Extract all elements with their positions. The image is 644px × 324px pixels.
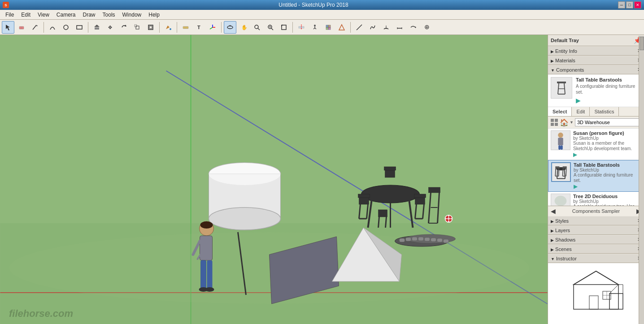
select-tool[interactable] — [2, 21, 14, 34]
svg-marker-139 — [574, 271, 618, 309]
svg-rect-43 — [328, 27, 331, 30]
intersect-tool[interactable]: ⊕ — [420, 21, 433, 34]
svg-rect-141 — [589, 296, 598, 309]
svg-rect-106 — [431, 238, 436, 242]
walk-tool[interactable] — [309, 21, 321, 34]
scenes-header[interactable]: ▶ Scenes ✕ — [548, 244, 644, 254]
search-dropdown-arrow[interactable]: ▼ — [570, 120, 574, 125]
svg-line-21 — [210, 27, 213, 29]
protractor-tool[interactable] — [380, 21, 392, 34]
sandbox-tool[interactable] — [335, 21, 348, 34]
freehand-tool[interactable] — [366, 21, 379, 34]
search-input[interactable] — [575, 118, 641, 126]
tab-select[interactable]: Select — [548, 107, 572, 116]
right-panel: Default Tray 📌 ▶ Entity Info ✕ ▶ Materia… — [548, 35, 644, 324]
styles-header[interactable]: ▶ Styles ✕ — [548, 216, 644, 225]
components-arrow: ▼ — [551, 68, 555, 73]
components-header[interactable]: ▼ Components ✕ — [548, 65, 644, 74]
zoom-tool[interactable] — [251, 21, 263, 34]
svg-point-60 — [209, 207, 281, 230]
menu-camera[interactable]: Camera — [53, 11, 79, 19]
svg-line-127 — [564, 169, 565, 179]
tab-edit[interactable]: Edit — [572, 107, 590, 116]
materials-header[interactable]: ▶ Materials ✕ — [548, 56, 644, 65]
close-button[interactable]: ✕ — [634, 1, 641, 9]
minimize-button[interactable]: ─ — [618, 1, 625, 9]
components-label: Components — [556, 67, 584, 73]
push-pull-tool[interactable] — [91, 21, 103, 34]
menu-view[interactable]: View — [34, 11, 53, 19]
move-tool[interactable]: ✥ — [104, 21, 117, 34]
zoom-window-tool[interactable] — [264, 21, 277, 34]
rotate-tool[interactable] — [117, 21, 130, 34]
styles-label: Styles — [555, 218, 569, 224]
svg-text:✋: ✋ — [241, 24, 247, 30]
components-window-tool[interactable] — [322, 21, 335, 34]
svg-point-4 — [64, 25, 68, 30]
component-item-susan[interactable]: Susan (person figure) by SketchUp Susan … — [548, 129, 644, 160]
svg-rect-116 — [557, 82, 566, 83]
pencil-tool[interactable] — [29, 21, 41, 34]
section-plane-tool[interactable] — [295, 21, 308, 34]
eraser-tool[interactable] — [15, 21, 28, 34]
follow-me-tool[interactable] — [407, 21, 419, 34]
svg-rect-10 — [136, 26, 139, 29]
layers-label: Layers — [555, 228, 570, 233]
shadows-arrow: ▶ — [551, 238, 554, 242]
axes-tool[interactable] — [206, 21, 219, 34]
svg-line-45 — [357, 25, 362, 30]
svg-point-90 — [200, 221, 213, 229]
pan-tool[interactable]: ✋ — [237, 21, 250, 34]
orbit-tool[interactable] — [224, 21, 236, 34]
toolbar-sep-7 — [350, 22, 351, 33]
viewport[interactable]: filehorse.com — [0, 35, 548, 324]
component-item-barstools[interactable]: Tall Table Barstools by SketchUp A confi… — [548, 160, 644, 192]
shadows-header[interactable]: ▶ Shadows ✕ — [548, 235, 644, 244]
prev-view-icon[interactable]: ◀ — [551, 207, 556, 215]
svg-line-135 — [566, 168, 566, 176]
toolbar-sep-6 — [292, 22, 293, 33]
component-list: ▲ Susan (person figure) by SketchUp Susa… — [548, 129, 644, 206]
svg-rect-124 — [561, 145, 563, 150]
scrollbar-thumb[interactable] — [640, 37, 644, 50]
menu-tools[interactable]: Tools — [99, 11, 119, 19]
scale-tool[interactable] — [131, 21, 144, 34]
layers-header[interactable]: ▶ Layers ✕ — [548, 225, 644, 235]
zoom-extents-tool[interactable] — [278, 21, 290, 34]
tab-statistics[interactable]: Statistics — [590, 107, 619, 116]
menu-file[interactable]: File — [2, 11, 17, 19]
component-item-tree[interactable]: Tree 2D Deciduous by SketchUp A scalable… — [548, 192, 644, 206]
panel-scrollbar[interactable] — [639, 36, 644, 324]
rectangle-tool[interactable] — [73, 21, 86, 34]
menu-edit[interactable]: Edit — [17, 11, 34, 19]
svg-line-26 — [258, 28, 260, 30]
toolbar-sep-2 — [88, 22, 88, 33]
svg-rect-105 — [425, 238, 430, 241]
maximize-button[interactable]: □ — [626, 1, 633, 9]
entity-info-header[interactable]: ▶ Entity Info ✕ — [548, 46, 644, 56]
text-tool[interactable]: T — [193, 21, 205, 34]
svg-rect-80 — [384, 167, 396, 170]
main-layout: filehorse.com Default Tray 📌 ▶ Entity In… — [0, 35, 644, 324]
svg-rect-123 — [558, 145, 561, 150]
circle-tool[interactable] — [60, 21, 72, 34]
tape-tool[interactable] — [179, 21, 192, 34]
svg-marker-50 — [415, 26, 416, 28]
paint-tool[interactable] — [162, 21, 174, 34]
svg-marker-3 — [36, 25, 38, 26]
home-icon[interactable]: 🏠 — [560, 118, 569, 127]
offset-tool[interactable] — [144, 21, 157, 34]
menu-help[interactable]: Help — [145, 11, 163, 19]
arc-tool[interactable] — [46, 21, 59, 34]
line-tool[interactable] — [353, 21, 366, 34]
svg-line-28 — [271, 28, 273, 30]
susan-thumbnail — [551, 130, 570, 150]
instructor-arrow: ▼ — [551, 257, 555, 261]
toolbar-sep-3 — [159, 22, 160, 33]
svg-rect-108 — [444, 239, 449, 243]
menu-window[interactable]: Window — [119, 11, 145, 19]
svg-line-2 — [33, 25, 36, 30]
instructor-header[interactable]: ▼ Instructor ✕ — [548, 254, 644, 263]
dimension-tool[interactable] — [393, 21, 406, 34]
menu-draw[interactable]: Draw — [79, 11, 99, 19]
